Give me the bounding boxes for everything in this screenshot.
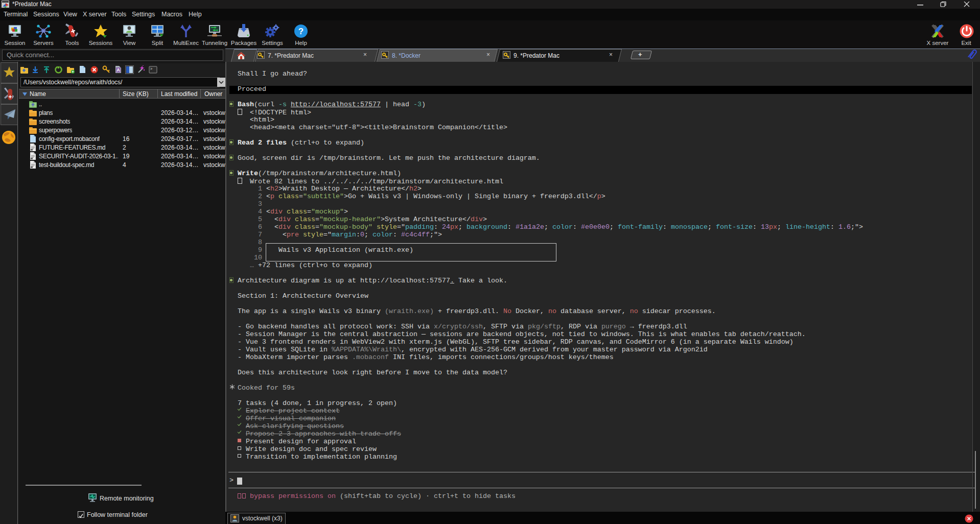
svg-text:>: >	[150, 67, 152, 71]
svg-text:A: A	[116, 67, 120, 73]
svg-text:?: ?	[298, 27, 304, 36]
